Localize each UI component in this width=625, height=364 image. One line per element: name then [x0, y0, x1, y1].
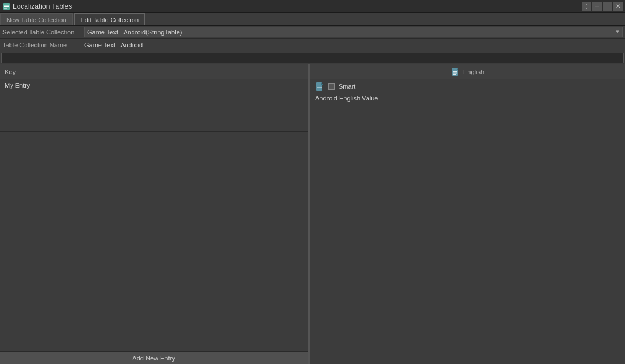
svg-rect-12 — [317, 88, 322, 88]
svg-rect-8 — [453, 74, 456, 75]
collection-name-row: Table Collection Name Game Text - Androi… — [0, 39, 625, 51]
tab-new-table[interactable]: New Table Collection — [0, 13, 73, 25]
selected-collection-dropdown[interactable]: Game Text - Android(StringTable) ▼ — [84, 27, 623, 37]
title-bar-left: Localization Tables — [2, 2, 72, 11]
entry-file-icon — [315, 82, 324, 91]
svg-rect-11 — [317, 86, 322, 86]
tab-bar: New Table Collection Edit Table Collecti… — [0, 13, 625, 26]
add-new-entry-button[interactable]: Add New Entry — [0, 351, 308, 364]
entry-value: Android English Value — [315, 95, 620, 102]
collection-name-label: Table Collection Name — [2, 41, 84, 48]
search-input[interactable] — [1, 53, 624, 63]
close-button[interactable]: ✕ — [613, 2, 623, 11]
smart-checkbox[interactable] — [328, 83, 335, 90]
language-label: English — [463, 68, 484, 75]
language-file-icon — [451, 67, 460, 77]
dropdown-arrow-icon: ▼ — [615, 29, 620, 34]
smart-row: Smart — [315, 82, 620, 91]
entry-cell: Smart Android English Value — [310, 79, 625, 364]
selected-collection-label: Selected Table Collection — [2, 29, 84, 36]
minimize-button[interactable]: ─ — [592, 2, 602, 11]
maximize-button[interactable]: □ — [603, 2, 612, 11]
search-bar — [0, 51, 625, 64]
svg-rect-13 — [317, 89, 320, 89]
right-panel: English Smart Android English Value — [310, 64, 625, 364]
menu-button[interactable]: ⋮ — [582, 2, 591, 11]
title-bar: Localization Tables ⋮ ─ □ ✕ — [0, 0, 625, 13]
svg-rect-6 — [453, 71, 457, 72]
svg-marker-5 — [457, 68, 459, 70]
left-panel: Key My Entry Add New Entry — [0, 64, 308, 364]
app-icon — [2, 2, 11, 11]
collection-name-value: Game Text - Android — [84, 41, 623, 48]
svg-rect-7 — [453, 72, 457, 73]
svg-rect-3 — [4, 8, 7, 9]
svg-rect-1 — [4, 5, 9, 6]
language-header: English — [310, 64, 625, 79]
key-column-header: Key — [0, 64, 308, 79]
svg-marker-10 — [321, 82, 323, 85]
table-body: My Entry — [0, 79, 308, 351]
title-bar-title: Localization Tables — [13, 2, 72, 11]
main-content: Key My Entry Add New Entry English — [0, 64, 625, 364]
table-row: My Entry — [0, 79, 308, 132]
entry-key: My Entry — [5, 82, 30, 89]
selected-collection-row: Selected Table Collection Game Text - An… — [0, 26, 625, 39]
title-bar-controls: ⋮ ─ □ ✕ — [582, 2, 623, 11]
tab-edit-table[interactable]: Edit Table Collection — [74, 13, 145, 25]
smart-label: Smart — [339, 83, 355, 90]
svg-rect-2 — [4, 6, 9, 7]
selected-collection-value: Game Text - Android(StringTable) — [87, 29, 182, 36]
